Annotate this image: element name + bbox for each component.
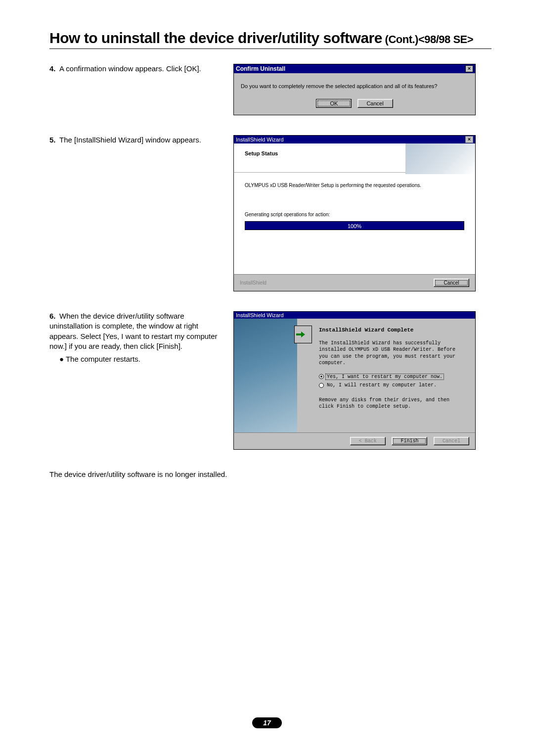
page-number: 17 xyxy=(252,717,282,728)
restart-now-label[interactable]: Yes, I want to restart my computer now. xyxy=(326,374,444,379)
complete-note: Remove any disks from their drives, and … xyxy=(319,397,467,410)
step6-number: 6. xyxy=(49,311,59,321)
setup-complete-icon xyxy=(294,326,312,343)
ok-button[interactable]: OK xyxy=(316,99,352,108)
title-sub: (Cont.)<98/98 SE> xyxy=(382,33,473,46)
progress-dialog-title: InstallShield Wizard xyxy=(236,137,284,142)
close-icon[interactable]: × xyxy=(465,65,473,72)
step5-number: 5. xyxy=(49,135,59,145)
restart-later-label[interactable]: No, I will restart my computer later. xyxy=(326,382,438,388)
setup-status-line: OLYMPUS xD USB Reader/Writer Setup is pe… xyxy=(245,183,464,188)
dialog-header-graphic xyxy=(405,143,475,174)
restart-later-radio[interactable] xyxy=(319,383,324,388)
finish-button[interactable]: Finish xyxy=(392,437,427,445)
installshield-progress-dialog: InstallShield Wizard × Setup Status OLYM… xyxy=(233,135,476,291)
close-icon[interactable]: × xyxy=(465,136,473,143)
progress-bar: 100% xyxy=(245,221,464,230)
confirm-dialog-title: Confirm Uninstall xyxy=(236,65,285,72)
confirm-dialog-message: Do you want to completely remove the sel… xyxy=(241,83,468,89)
restart-now-radio[interactable] xyxy=(319,374,324,379)
step4-number: 4. xyxy=(49,64,59,74)
wizard-side-graphic xyxy=(234,319,297,432)
title-main: How to uninstall the device driver/utili… xyxy=(49,30,382,46)
step6-bullet: ● The computer restarts. xyxy=(59,354,228,364)
complete-heading: InstallShield Wizard Complete xyxy=(319,327,467,334)
complete-paragraph: The InstallShield Wizard has successfull… xyxy=(319,340,467,367)
section-title: How to uninstall the device driver/utili… xyxy=(49,30,491,49)
step6-text: When the device driver/utility software … xyxy=(49,312,218,350)
installshield-complete-dialog: InstallShield Wizard InstallShield Wizar… xyxy=(233,311,476,450)
cancel-button: Cancel xyxy=(434,437,469,445)
setup-action-line: Generating script operations for action: xyxy=(245,212,464,217)
installshield-brand: InstallShield xyxy=(240,280,267,285)
complete-dialog-title: InstallShield Wizard xyxy=(234,312,475,319)
back-button: < Back xyxy=(350,437,386,445)
confirm-uninstall-dialog: Confirm Uninstall × Do you want to compl… xyxy=(233,64,476,115)
cancel-button[interactable]: Cancel xyxy=(434,279,469,287)
step4-text: A confirmation window appears. Click [OK… xyxy=(59,64,201,73)
cancel-button[interactable]: Cancel xyxy=(357,99,393,108)
step5-text: The [InstallShield Wizard] window appear… xyxy=(59,136,201,144)
closing-text: The device driver/utility software is no… xyxy=(49,470,228,479)
